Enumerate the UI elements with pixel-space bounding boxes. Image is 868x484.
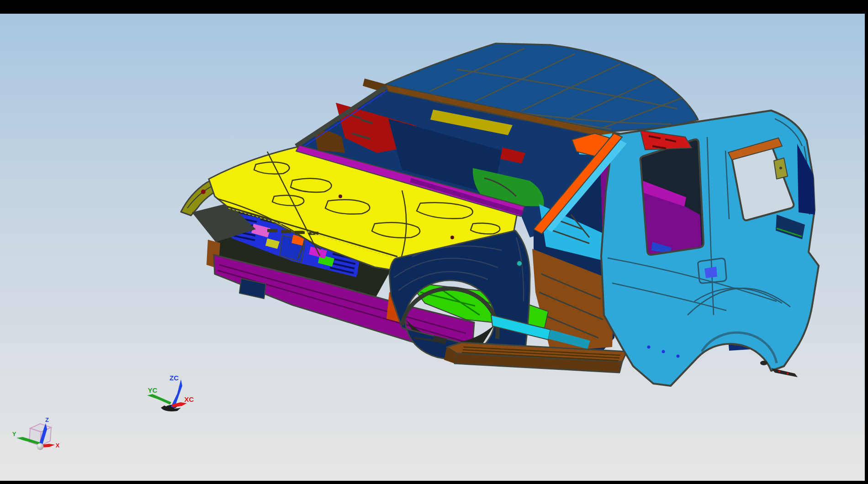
abs-z-label: Z <box>45 416 49 423</box>
debris-red-dot <box>787 373 789 374</box>
body-side-panel[interactable] <box>601 110 819 386</box>
frame-bar-bottom <box>0 481 868 484</box>
debris-red-dot <box>778 370 780 372</box>
wcs-x-label: XC <box>185 395 194 403</box>
wcs-y-label: YC <box>148 386 158 394</box>
csys-origin-sphere[interactable] <box>37 443 44 450</box>
abs-x-label: X <box>56 442 60 449</box>
fender-hole <box>517 261 522 266</box>
wcs-z-label: ZC <box>169 374 179 382</box>
tab-hole <box>779 167 782 169</box>
hood-bolt <box>339 195 342 198</box>
cad-application-window: { "scene": { "type": "3d-cad-viewport", … <box>0 0 868 484</box>
handle-latch-blue <box>704 267 717 278</box>
abs-y-label: Y <box>12 431 16 437</box>
horn-red-dot <box>201 189 206 194</box>
hood-bolt <box>450 236 454 239</box>
frame-bar-right <box>865 0 868 484</box>
frame-bar-top <box>0 0 868 14</box>
cad-viewport-3d[interactable]: ZC YC XC Z Y X <box>0 0 868 484</box>
